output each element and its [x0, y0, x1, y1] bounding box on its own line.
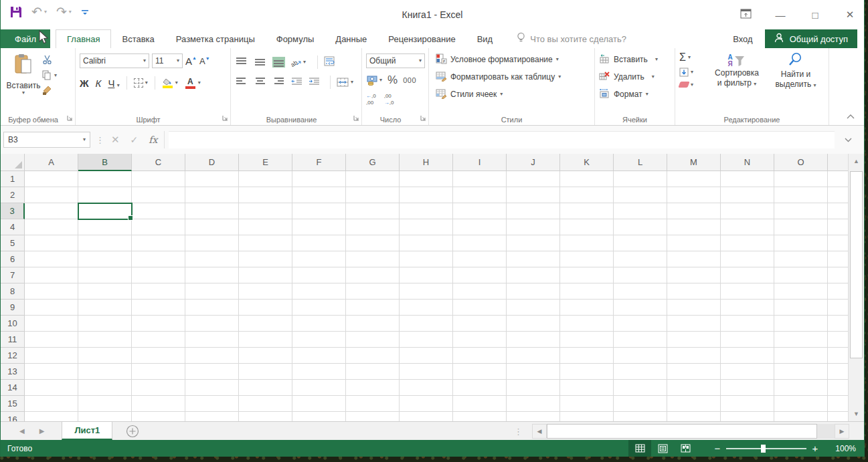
cell-G8[interactable] [346, 283, 400, 300]
cell-partial-10[interactable] [828, 316, 849, 332]
column-header-D[interactable]: D [185, 154, 239, 171]
cell-M5[interactable] [667, 235, 721, 251]
cell-K16[interactable] [560, 412, 614, 421]
cell-G9[interactable] [346, 300, 400, 316]
cell-G10[interactable] [346, 316, 400, 332]
cell-O12[interactable] [774, 348, 828, 364]
cell-N2[interactable] [721, 187, 774, 203]
bottom-align-button[interactable] [272, 57, 285, 68]
cell-I6[interactable] [453, 251, 507, 267]
cell-D8[interactable] [185, 283, 239, 300]
format-as-table-button[interactable]: Форматировать как таблицу▾ [436, 68, 592, 86]
cell-C1[interactable] [132, 171, 185, 187]
find-select-button[interactable]: Найти и выделить ▾ [766, 51, 825, 114]
cell-F8[interactable] [292, 283, 346, 300]
column-header-J[interactable]: J [507, 154, 560, 171]
column-header-C[interactable]: C [132, 154, 185, 171]
cell-L3[interactable] [614, 203, 667, 219]
cell-G6[interactable] [346, 251, 400, 267]
cell-E1[interactable] [239, 171, 292, 187]
clipboard-dialog-launcher[interactable] [67, 114, 73, 123]
cell-F9[interactable] [292, 300, 346, 316]
cell-M12[interactable] [667, 348, 721, 364]
top-align-button[interactable] [235, 57, 248, 68]
cell-I2[interactable] [453, 187, 507, 203]
cell-M10[interactable] [667, 316, 721, 332]
increase-indent-button[interactable] [309, 77, 320, 88]
cell-F16[interactable] [292, 412, 346, 421]
cell-partial-13[interactable] [828, 364, 849, 380]
cell-M3[interactable] [667, 203, 721, 219]
cell-I15[interactable] [453, 396, 507, 412]
cell-N7[interactable] [721, 267, 774, 283]
cell-K11[interactable] [560, 332, 614, 348]
cell-G15[interactable] [346, 396, 400, 412]
borders-button[interactable]: ▾ [134, 78, 148, 88]
cell-D5[interactable] [185, 235, 239, 251]
cell-A16[interactable] [25, 412, 78, 421]
cell-L4[interactable] [614, 219, 667, 235]
cell-J6[interactable] [507, 251, 560, 267]
cell-L13[interactable] [614, 364, 667, 380]
cell-C3[interactable] [132, 203, 185, 219]
cell-N10[interactable] [721, 316, 774, 332]
font-size-combobox[interactable]: 11▾ [152, 53, 183, 68]
cell-A1[interactable] [25, 171, 78, 187]
cell-K8[interactable] [560, 283, 614, 300]
tab-home[interactable]: Главная [56, 29, 111, 48]
cell-partial-9[interactable] [828, 300, 849, 316]
prev-sheet-icon[interactable]: ◀ [19, 427, 25, 435]
cancel-formula-icon[interactable]: ✕ [111, 134, 120, 146]
cell-L9[interactable] [614, 300, 667, 316]
ribbon-display-options-icon[interactable] [737, 9, 754, 21]
cell-F4[interactable] [292, 219, 346, 235]
orientation-button[interactable]: ab ▾ [291, 57, 306, 68]
cell-C4[interactable] [132, 219, 185, 235]
cell-H13[interactable] [400, 364, 453, 380]
cell-N3[interactable] [721, 203, 774, 219]
cell-H12[interactable] [400, 348, 453, 364]
cell-N4[interactable] [721, 219, 774, 235]
cell-M2[interactable] [667, 187, 721, 203]
cell-D12[interactable] [185, 348, 239, 364]
merge-center-button[interactable]: ▾ [337, 78, 353, 87]
column-header-partial[interactable] [828, 154, 849, 171]
decrease-indent-button[interactable] [291, 77, 302, 88]
cell-H1[interactable] [400, 171, 453, 187]
cell-O15[interactable] [774, 396, 828, 412]
cell-H6[interactable] [400, 251, 453, 267]
cell-I8[interactable] [453, 283, 507, 300]
decrease-font-size-button[interactable]: А▼ [199, 56, 210, 66]
cell-B10[interactable] [78, 316, 132, 332]
cell-H10[interactable] [400, 316, 453, 332]
cell-partial-2[interactable] [828, 187, 849, 203]
cell-F14[interactable] [292, 380, 346, 396]
cell-A6[interactable] [25, 251, 78, 267]
formula-input[interactable] [169, 131, 835, 148]
scroll-down-icon[interactable]: ▼ [849, 407, 864, 421]
next-sheet-icon[interactable]: ▶ [39, 427, 45, 435]
cell-A5[interactable] [25, 235, 78, 251]
cell-M8[interactable] [667, 283, 721, 300]
cell-A13[interactable] [25, 364, 78, 380]
format-painter-button[interactable] [42, 86, 52, 95]
cell-F12[interactable] [292, 348, 346, 364]
cell-K3[interactable] [560, 203, 614, 219]
accounting-format-button[interactable]: ▾ [366, 75, 382, 86]
row-header-9[interactable]: 9 [1, 300, 25, 316]
autosum-button[interactable]: Σ▾ [679, 52, 707, 63]
row-header-15[interactable]: 15 [1, 396, 25, 412]
cell-I14[interactable] [453, 380, 507, 396]
cell-M13[interactable] [667, 364, 721, 380]
cell-M7[interactable] [667, 267, 721, 283]
increase-font-size-button[interactable]: А▲ [185, 55, 197, 67]
cell-H4[interactable] [400, 219, 453, 235]
cell-N14[interactable] [721, 380, 774, 396]
cell-N16[interactable] [721, 412, 774, 421]
cell-G12[interactable] [346, 348, 400, 364]
cell-I7[interactable] [453, 267, 507, 283]
cell-C7[interactable] [132, 267, 185, 283]
cell-J1[interactable] [507, 171, 560, 187]
cell-B8[interactable] [78, 283, 132, 300]
cell-G3[interactable] [346, 203, 400, 219]
